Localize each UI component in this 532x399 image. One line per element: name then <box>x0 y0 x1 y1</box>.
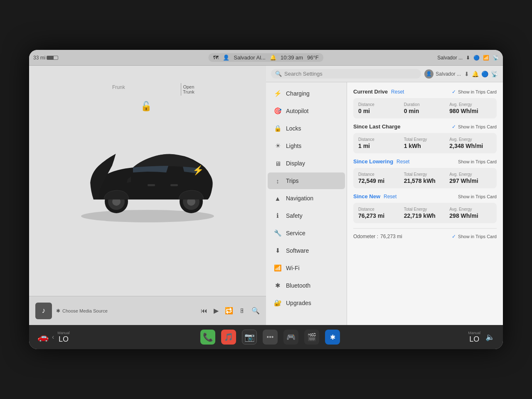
stat-item: Distance 76,273 mi <box>358 207 401 219</box>
current-drive-reset-button[interactable]: Reset <box>391 89 404 95</box>
music-app-button[interactable]: 🎵 <box>221 330 236 345</box>
menu-label-autopilot: Autopilot <box>286 108 308 114</box>
media-bar: ♪ ✱ Choose Media Source ⏮ ▶ 🔁 🎚 🔍 <box>29 296 266 325</box>
play-button[interactable]: ▶ <box>214 307 219 315</box>
stat-value-avg-energy-sl: 297 Wh/mi <box>449 177 492 184</box>
menu-item-navigation[interactable]: ▲ Navigation <box>268 190 345 207</box>
settings-header: 🔍 👤 Salvador ... ⬇ 🔔 🔵 📡 <box>266 66 503 82</box>
software-icon: ⬇ <box>273 246 282 255</box>
games-app-button[interactable]: 🎮 <box>283 330 298 345</box>
main-content: Frunk Open Trunk 🔓 <box>29 66 503 325</box>
bell-icon[interactable]: 🔔 <box>472 71 479 77</box>
more-apps-button[interactable]: ••• <box>263 330 278 345</box>
odometer-value: 76,273 mi <box>380 234 402 239</box>
status-bar-right: Salvador ... ⬇ 🔵 📶 📡 <box>437 55 499 61</box>
menu-label-charging: Charging <box>286 90 310 97</box>
trips-icon: ↕ <box>273 177 282 185</box>
chevron-left-icon[interactable]: ‹ <box>52 333 54 341</box>
show-trips-label-sn: Show in Trips Card <box>458 194 497 199</box>
last-charge-stats: Distance 1 mi Total Energy 1 kWh Avg. En… <box>353 133 497 153</box>
menu-item-autopilot[interactable]: 🎯 Autopilot <box>268 103 345 119</box>
signal-icon: 📡 <box>493 55 499 61</box>
since-new-reset-button[interactable]: Reset <box>384 194 397 200</box>
time-display: 10:39 am <box>281 54 303 61</box>
checkmark-icon-current: ✓ <box>452 89 456 95</box>
stat-label-avg-energy-lc: Avg. Energy <box>449 137 492 142</box>
stat-label-dist-lc: Distance <box>358 137 401 142</box>
stat-item: Total Energy 22,719 kWh <box>404 207 446 219</box>
menu-item-wifi[interactable]: 📶 Wi-Fi <box>268 260 345 276</box>
stat-value-distance-cd: 0 mi <box>358 108 401 114</box>
car-taskbar-icon[interactable]: 🚗 <box>37 332 49 342</box>
stat-item: Avg. Energy 298 Wh/mi <box>449 207 492 219</box>
taskbar: 🚗 ‹ Manual LO 📞 🎵 📷 ••• 🎮 🎬 ✱ Manual <box>29 325 503 349</box>
last-charge-header: Since Last Charge ✓ Show in Trips Card <box>353 123 497 130</box>
menu-label-bluetooth: Bluetooth <box>286 282 310 289</box>
stat-value-duration-cd: 0 min <box>404 108 446 114</box>
odometer-row: Odometer : 76,273 mi ✓ Show in Trips Car… <box>353 232 497 241</box>
bluetooth-menu-icon: ✱ <box>273 281 282 290</box>
since-new-show-trips: Show in Trips Card <box>458 194 497 199</box>
search-input[interactable] <box>284 71 417 77</box>
stat-item: Total Energy 1 kWh <box>404 137 446 149</box>
media-controls: ⏮ ▶ 🔁 🎚 🔍 <box>201 307 260 315</box>
autopilot-icon: 🎯 <box>273 107 282 115</box>
location-text: Salvador Al... <box>234 54 266 61</box>
menu-label-service: Service <box>286 230 305 236</box>
stat-label-energy-total-lc: Total Energy <box>404 137 446 142</box>
music-note-icon: ♪ <box>42 306 46 315</box>
menu-item-upgrades[interactable]: 🔐 Upgrades <box>268 295 345 311</box>
since-lowering-stats: Distance 72,549 mi Total Energy 21,578 k… <box>353 168 497 188</box>
menu-item-locks[interactable]: 🔒 Locks <box>268 120 345 137</box>
bluetooth-app-button[interactable]: ✱ <box>325 330 340 345</box>
signal-header-icon[interactable]: 📡 <box>491 71 498 77</box>
locks-icon: 🔒 <box>273 124 282 133</box>
display-icon: 🖥 <box>273 159 282 167</box>
show-trips-label-lc: Show in Trips Card <box>458 124 497 129</box>
menu-label-lights: Lights <box>286 143 301 149</box>
stat-item: Total Energy 21,578 kWh <box>404 172 446 184</box>
volume-icon[interactable]: 🔈 <box>485 332 495 342</box>
since-lowering-reset-button[interactable]: Reset <box>397 159 409 165</box>
menu-item-display[interactable]: 🖥 Display <box>268 155 345 172</box>
menu-label-display: Display <box>286 160 305 167</box>
user-text: Salvador ... <box>437 55 463 61</box>
warning-icon: 🔔 <box>270 54 276 61</box>
car-panel: Frunk Open Trunk 🔓 <box>29 66 266 325</box>
temp-display: 96°F <box>307 54 319 61</box>
stat-item: Avg. Energy 980 Wh/mi <box>449 102 492 114</box>
stat-value-dist-sl: 72,549 mi <box>358 177 401 184</box>
stat-item: Avg. Energy 2,348 Wh/mi <box>449 137 492 149</box>
streaming-app-button[interactable]: 🎬 <box>304 330 319 345</box>
menu-item-service[interactable]: 🔧 Service <box>268 225 345 241</box>
menu-label-safety: Safety <box>286 212 303 219</box>
download-header-icon[interactable]: ⬇ <box>464 71 469 77</box>
stat-item: Distance 1 mi <box>358 137 401 149</box>
camera-app-button[interactable]: 📷 <box>242 330 257 345</box>
search-input-wrap[interactable]: 🔍 <box>271 69 421 79</box>
stat-value-energy-total-sl: 21,578 kWh <box>404 177 446 184</box>
menu-item-bluetooth[interactable]: ✱ Bluetooth <box>268 277 345 294</box>
bt-icon[interactable]: 🔵 <box>481 71 488 77</box>
skip-back-button[interactable]: ⏮ <box>201 307 207 315</box>
menu-item-software[interactable]: ⬇ Software <box>268 242 345 259</box>
search-media-button[interactable]: 🔍 <box>251 307 260 315</box>
menu-item-trips[interactable]: ↕ Trips <box>268 172 345 189</box>
menu-item-safety[interactable]: ℹ Safety <box>268 207 345 224</box>
lightning-bolt: ⚡ <box>192 165 204 176</box>
current-drive-header: Current Drive Reset ✓ Show in Trips Card <box>353 89 497 95</box>
taskbar-left: 🚗 ‹ Manual LO <box>37 331 121 344</box>
battery-fill <box>47 56 54 59</box>
equalizer-button[interactable]: 🎚 <box>239 308 245 314</box>
menu-item-charging[interactable]: ⚡ Charging <box>268 85 345 102</box>
header-icons: ⬇ 🔔 🔵 📡 <box>464 71 498 77</box>
safety-icon: ℹ <box>273 212 282 220</box>
phone-app-button[interactable]: 📞 <box>200 330 215 345</box>
odometer-show-trips: ✓ Show in Trips Card <box>452 234 497 239</box>
menu-item-lights[interactable]: ☀ Lights <box>268 138 345 154</box>
user-info: 👤 Salvador ... <box>424 69 461 79</box>
stat-label-duration-cd: Duration <box>404 102 446 107</box>
checkmark-icon-lc: ✓ <box>452 124 456 130</box>
media-source-btn[interactable]: ✱ Choose Media Source <box>56 308 108 314</box>
repeat-button[interactable]: 🔁 <box>225 307 233 315</box>
